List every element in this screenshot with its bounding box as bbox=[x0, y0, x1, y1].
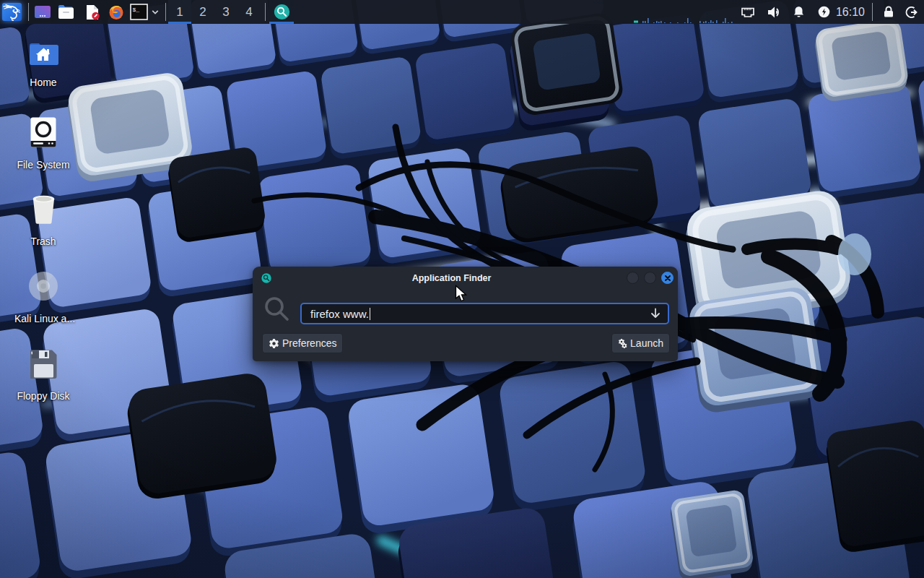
svg-text:$_: $_ bbox=[133, 7, 140, 13]
